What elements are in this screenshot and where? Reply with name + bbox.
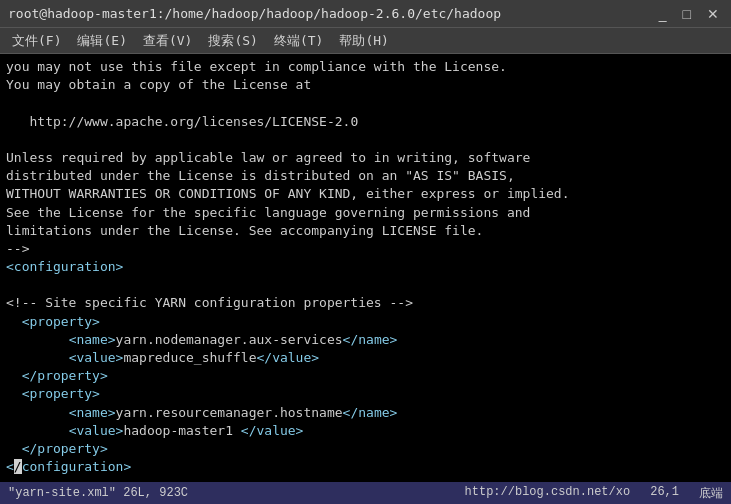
mode-indicator: 底端 bbox=[699, 485, 723, 502]
file-info: "yarn-site.xml" 26L, 923C bbox=[8, 486, 188, 500]
cursor-position: 26,1 bbox=[650, 485, 679, 502]
menu-help[interactable]: 帮助(H) bbox=[331, 30, 396, 52]
title-bar: root@hadoop-master1:/home/hadoop/hadoop/… bbox=[0, 0, 731, 28]
window-controls: _ □ ✕ bbox=[655, 6, 723, 22]
window-title: root@hadoop-master1:/home/hadoop/hadoop/… bbox=[8, 6, 501, 21]
url-info: http://blog.csdn.net/xo bbox=[465, 485, 631, 502]
minimize-button[interactable]: _ bbox=[655, 6, 671, 22]
close-button[interactable]: ✕ bbox=[703, 6, 723, 22]
terminal-body[interactable]: you may not use this file except in comp… bbox=[0, 54, 731, 482]
terminal-content: you may not use this file except in comp… bbox=[6, 58, 725, 476]
menu-search[interactable]: 搜索(S) bbox=[200, 30, 265, 52]
status-right: http://blog.csdn.net/xo 26,1 底端 bbox=[465, 485, 723, 502]
menu-terminal[interactable]: 终端(T) bbox=[266, 30, 331, 52]
maximize-button[interactable]: □ bbox=[679, 6, 695, 22]
menu-bar: 文件(F) 编辑(E) 查看(V) 搜索(S) 终端(T) 帮助(H) bbox=[0, 28, 731, 54]
menu-file[interactable]: 文件(F) bbox=[4, 30, 69, 52]
menu-view[interactable]: 查看(V) bbox=[135, 30, 200, 52]
status-bar: "yarn-site.xml" 26L, 923C http://blog.cs… bbox=[0, 482, 731, 504]
menu-edit[interactable]: 编辑(E) bbox=[69, 30, 134, 52]
